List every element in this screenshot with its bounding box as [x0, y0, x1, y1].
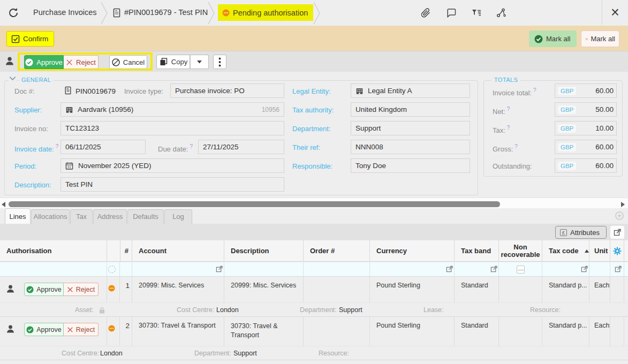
- cell-tax-band[interactable]: Standard: [455, 317, 499, 346]
- currency-badge: GBP: [558, 162, 576, 170]
- cell-tax-code[interactable]: Standard p...: [542, 317, 589, 346]
- cell-currency[interactable]: Pound Sterling: [370, 277, 455, 302]
- filter-unit[interactable]: [589, 262, 610, 277]
- responsible-field[interactable]: Tony Doe: [351, 158, 470, 173]
- attachment-icon[interactable]: [420, 7, 431, 18]
- indeterminate-checkbox[interactable]: —: [517, 266, 525, 274]
- tab-allocations[interactable]: Allocations: [31, 209, 70, 224]
- tab-log[interactable]: Log: [164, 209, 192, 224]
- refresh-icon[interactable]: [8, 7, 18, 18]
- copy-button[interactable]: Copy: [156, 55, 190, 69]
- due-date-field[interactable]: 27/11/2025: [198, 140, 284, 154]
- cost-centre-value[interactable]: London: [216, 306, 239, 314]
- comment-icon[interactable]: [446, 7, 457, 18]
- filter-order[interactable]: [304, 262, 370, 277]
- tax-authority-field[interactable]: United Kingdom: [351, 102, 470, 117]
- external-link-icon[interactable]: [581, 266, 588, 272]
- outstanding-field[interactable]: GBP60.00: [555, 158, 617, 173]
- invoice-type-field[interactable]: Purchase invoice: PO: [170, 84, 284, 98]
- row-approve-button[interactable]: Approve: [24, 283, 64, 296]
- cost-centre-value[interactable]: London: [100, 350, 123, 357]
- collapse-section-icon[interactable]: [9, 76, 17, 81]
- external-link-icon[interactable]: [446, 266, 453, 272]
- external-link-icon[interactable]: [490, 266, 497, 272]
- tab-tax[interactable]: Tax: [70, 209, 93, 224]
- period-field[interactable]: November 2025 (YED): [60, 158, 284, 173]
- cell-unit[interactable]: Each: [589, 317, 610, 346]
- cancel-button[interactable]: Cancel: [109, 55, 147, 69]
- scroll-left-icon[interactable]: [2, 202, 5, 207]
- row-reject-button[interactable]: Reject: [64, 283, 99, 296]
- cell-unit[interactable]: Each: [589, 277, 610, 302]
- confirm-button[interactable]: Confirm: [6, 31, 54, 47]
- supplier-field[interactable]: Aardvark (10956) 10956: [60, 102, 284, 117]
- approve-button[interactable]: Approve: [24, 55, 64, 69]
- invoice-total-field[interactable]: GBP60.00: [555, 84, 617, 98]
- col-authorisation[interactable]: Authorisation: [0, 240, 107, 262]
- filter-authorisation[interactable]: [0, 262, 107, 277]
- external-link-icon[interactable]: [216, 266, 223, 272]
- filter-description[interactable]: [224, 262, 304, 277]
- net-field[interactable]: GBP50.00: [555, 102, 617, 117]
- department-field[interactable]: Support: [351, 121, 470, 135]
- department-label: Department:: [300, 306, 337, 314]
- cell-tax-band[interactable]: Standard: [455, 277, 499, 302]
- external-link-icon[interactable]: [615, 266, 622, 272]
- filter-num[interactable]: [120, 262, 132, 277]
- row-approve-button[interactable]: Approve: [24, 323, 64, 336]
- more-actions-button[interactable]: [213, 55, 226, 69]
- cell-non-recoverable[interactable]: [499, 277, 542, 302]
- row-reject-button[interactable]: Reject: [64, 323, 99, 336]
- col-description[interactable]: Description: [224, 240, 304, 262]
- col-account[interactable]: Account: [132, 240, 224, 262]
- open-window-button[interactable]: [610, 226, 624, 239]
- cell-account[interactable]: 20999: Misc. Services: [132, 277, 224, 302]
- description-field[interactable]: Test PIN: [60, 177, 284, 192]
- tab-address[interactable]: Address: [93, 209, 127, 224]
- their-ref-field[interactable]: NNN008: [351, 140, 470, 154]
- cell-description[interactable]: 30730: Travel & Transport: [224, 317, 304, 346]
- scrollbar-thumb[interactable]: [9, 201, 500, 207]
- scroll-right-icon[interactable]: [621, 202, 625, 207]
- help-icon: ?: [507, 125, 510, 131]
- col-order[interactable]: Order #: [304, 240, 370, 262]
- col-status[interactable]: [107, 240, 120, 262]
- horizontal-scrollbar[interactable]: [0, 198, 628, 208]
- col-non-recoverable[interactable]: Non recoverable: [499, 240, 542, 262]
- workflow-icon[interactable]: [496, 7, 506, 18]
- close-icon[interactable]: ×: [608, 3, 622, 22]
- cell-tax-code[interactable]: Standard p...: [542, 277, 589, 302]
- mark-all-reject-button[interactable]: Mark all: [581, 31, 619, 47]
- col-num[interactable]: #: [120, 240, 132, 262]
- gross-field[interactable]: GBP60.00: [555, 140, 617, 154]
- col-unit[interactable]: Unit: [589, 240, 610, 262]
- tab-lines[interactable]: Lines: [5, 208, 31, 224]
- cell-order[interactable]: [304, 277, 370, 302]
- breadcrumb-module[interactable]: Purchase Invoices: [33, 0, 96, 25]
- filter-account[interactable]: [132, 262, 224, 277]
- breadcrumb-record[interactable]: #PIN0019679 - Test PIN: [124, 0, 208, 25]
- col-tax-band[interactable]: Tax band: [455, 240, 499, 262]
- attributes-button[interactable]: £ Attributes: [555, 226, 607, 239]
- gear-icon[interactable]: [613, 247, 622, 255]
- col-currency[interactable]: Currency: [370, 240, 455, 262]
- mark-all-approve-button[interactable]: Mark all: [529, 31, 577, 47]
- cell-account[interactable]: 30730: Travel & Transport: [132, 317, 224, 346]
- cell-currency[interactable]: Pound Sterling: [370, 317, 455, 346]
- add-tab-icon[interactable]: [615, 211, 624, 220]
- invoice-no-field[interactable]: TC123123: [60, 121, 284, 135]
- filter-currency[interactable]: [370, 262, 455, 277]
- cell-order[interactable]: [304, 317, 370, 346]
- cell-description[interactable]: 20999: Misc. Services: [224, 277, 304, 302]
- invoice-date-field[interactable]: 06/11/2025: [60, 140, 146, 154]
- reject-button[interactable]: Reject: [64, 55, 99, 69]
- filter-icon[interactable]: [471, 7, 482, 18]
- department-value[interactable]: Support: [233, 350, 257, 357]
- cell-non-recoverable[interactable]: [499, 317, 542, 346]
- copy-dropdown-button[interactable]: [190, 55, 209, 69]
- tab-defaults[interactable]: Defaults: [127, 209, 164, 224]
- legal-entity-field[interactable]: Legal Entity A: [351, 84, 470, 98]
- department-value[interactable]: Support: [339, 306, 362, 314]
- tax-field[interactable]: GBP10.00: [555, 121, 617, 135]
- col-tax-code[interactable]: Tax code: [542, 240, 589, 262]
